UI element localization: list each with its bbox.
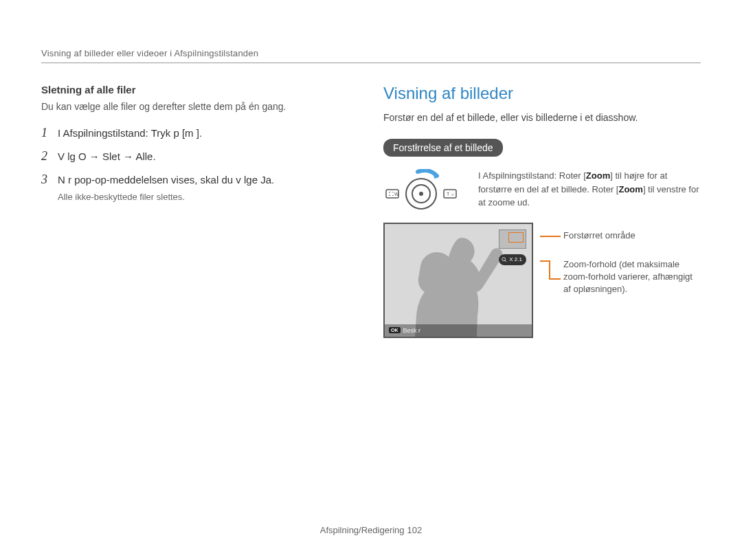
thumbnail-highlight [508,232,524,243]
section-intro: Forstør en del af et billede, eller vis … [383,111,701,125]
section-title: Visning af billeder [383,84,701,103]
zoom-keyword: Zoom [618,184,642,194]
ok-bar: OK Besk r [385,324,532,337]
zoom-ratio-badge: X 2.1 [499,254,526,265]
step2-prefix: V lg O [58,150,89,162]
page-footer: Afspilning/Redigering102 [0,525,742,535]
step2-mid2: Alle. [133,150,156,162]
zoom-dial-illustration: ⛶ W T ⌕ [383,169,466,210]
dial-w-label: W [394,192,399,197]
dial-t-label: T [447,192,450,197]
left-column: Sletning af alle ﬁler Du kan vælge alle … [41,84,359,338]
svg-point-7 [502,257,506,260]
step-number: 1 [41,126,51,141]
svg-rect-4 [444,190,456,198]
arrow-icon: → [123,150,133,162]
zoom-instruction-row: ⛶ W T ⌕ I Afspilningstilstand: Roter [Zo… [383,169,701,210]
step-1: 1 I Afspilningstilstand: Tryk p [m ]. [41,126,359,141]
ok-chip: OK [389,327,401,333]
step-number: 2 [41,149,51,164]
screen-preview: X 2.1 OK Besk r [383,223,533,338]
step-text: N r pop-op-meddelelsen vises, skal du v … [58,172,274,188]
ok-text: Besk r [403,327,421,334]
content-columns: Sletning af alle ﬁler Du kan vælge alle … [41,84,701,338]
footer-section: Afspilning/Redigering [320,525,405,535]
callout-1: Forstørret område [540,229,701,243]
step-content: N r pop-op-meddelelsen vises, skal du v … [58,172,274,203]
callouts: Forstørret område Zoom-forhold (det maks… [540,223,701,300]
manual-page: Visning af billeder eller videoer i Afsp… [0,0,742,560]
thumbnail-box [499,229,526,249]
page-number: 102 [407,525,423,535]
zoom-ratio-value: X 2.1 [509,256,522,262]
zoom-desc-part1: I Afspilningstilstand: Roter [ [478,170,586,181]
step-note: Alle ikke-beskyttede ﬁler slettes. [58,190,274,204]
step-2: 2 V lg O → Slet → Alle. [41,149,359,164]
callout-text: Zoom-forhold (det maksimale zoom-forhold… [563,258,701,296]
svg-text:⛶: ⛶ [389,192,394,197]
step-text: V lg O → Slet → Alle. [58,149,156,164]
subsection-pill: Forstłrrelse af et billede [383,139,503,157]
callout-text: Forstørret område [563,229,636,242]
preview-row: X 2.1 OK Besk r Forstørret område [383,223,701,338]
magnifier-icon [502,257,507,262]
arrow-icon: → [89,150,100,162]
svg-point-2 [419,192,423,196]
svg-text:⌕: ⌕ [451,192,454,197]
right-column: Visning af billeder Forstør en del af et… [383,84,701,338]
step-text: I Afspilningstilstand: Tryk p [m ]. [58,126,202,141]
zoom-keyword: Zoom [586,170,610,181]
silhouette-icon [403,235,506,337]
delete-all-heading: Sletning af alle ﬁler [41,84,359,96]
svg-line-8 [505,260,506,262]
step2-mid1: Slet [100,150,123,162]
steps-list: 1 I Afspilningstilstand: Tryk p [m ]. 2 … [41,126,359,203]
zoom-description: I Afspilningstilstand: Roter [Zoom] til … [478,169,701,210]
delete-all-body: Du kan vælge alle ﬁler og derefter slett… [41,100,359,113]
step-number: 3 [41,172,51,188]
callout-connector-icon [540,258,563,300]
step-3: 3 N r pop-op-meddelelsen vises, skal du … [41,172,359,203]
callout-2: Zoom-forhold (det maksimale zoom-forhold… [540,258,701,300]
breadcrumb: Visning af billeder eller videoer i Afsp… [41,48,701,58]
page-header: Visning af billeder eller videoer i Afsp… [41,48,701,63]
callout-connector-icon [540,229,563,243]
